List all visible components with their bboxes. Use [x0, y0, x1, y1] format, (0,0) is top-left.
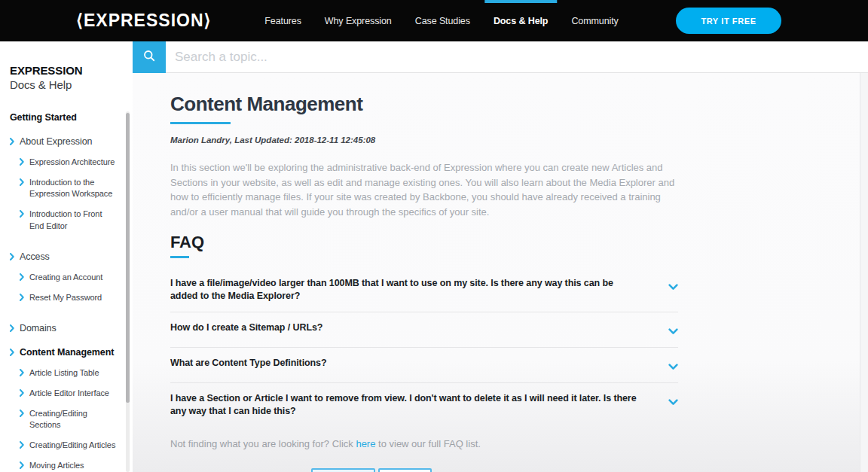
article: Content Management Marion Landry, Last U… [170, 73, 678, 449]
pagination-button-left[interactable] [311, 468, 375, 472]
sidebar-item-label: Creating/Editing Articles [29, 440, 115, 452]
sidebar-brand-subtitle: Docs & Help [10, 78, 116, 92]
sidebar-item[interactable]: Reset My Password [20, 292, 116, 304]
faq-heading: FAQ [170, 232, 678, 252]
sidebar-item[interactable]: Domains [10, 323, 116, 334]
sidebar-item[interactable]: Creating/Editing Articles [20, 440, 116, 452]
faq-question: I have a file/image/video larger than 10… [170, 277, 668, 303]
content-scrollbar-track[interactable] [860, 73, 868, 472]
expression-logo[interactable]: ⟨EXPRESSION⟩ [76, 0, 212, 41]
docs-sidebar: EXPRESSION Docs & Help Getting Started A… [0, 41, 133, 472]
sidebar-scrollbar-thumb[interactable] [126, 113, 130, 403]
faq-full-list-link[interactable]: here [356, 438, 375, 449]
sidebar-item[interactable]: Access [10, 251, 116, 263]
article-intro: In this section we'll be exploring the a… [170, 160, 678, 219]
search-bar [133, 41, 868, 73]
sidebar-nav: Getting Started About Expression Express… [10, 112, 116, 472]
sidebar-item[interactable]: Creating an Account [20, 272, 116, 284]
faq-note-post: to view our full FAQ list. [375, 438, 480, 449]
search-button[interactable] [133, 41, 166, 73]
chevron-right-icon [20, 408, 24, 417]
faq-item[interactable]: How do I create a Sitemap / URLs? [170, 312, 678, 348]
chevron-right-icon [20, 177, 24, 186]
faq-underline [170, 256, 189, 258]
try-it-free-button[interactable]: TRY IT FREE [676, 8, 781, 34]
chevron-down-icon[interactable] [668, 324, 678, 338]
nav-item-label: Case Studies [415, 16, 470, 26]
search-input[interactable] [166, 41, 868, 72]
search-icon [143, 50, 156, 65]
chevron-right-icon [10, 323, 14, 332]
nav-item[interactable]: Why Expression [325, 0, 392, 41]
faq-note: Not finding what you are looking for? Cl… [170, 438, 678, 449]
nav-item-label: Docs & Help [494, 16, 549, 26]
chevron-down-icon[interactable] [668, 395, 678, 409]
sidebar-item-label: Content Management [20, 347, 114, 358]
page-title: Content Management [170, 93, 678, 115]
faq-item[interactable]: What are Content Type Definitions? [170, 348, 678, 383]
nav-item[interactable]: Case Studies [415, 0, 470, 41]
faq-list: I have a file/image/video larger than 10… [170, 268, 678, 427]
nav-item-label: Why Expression [325, 16, 392, 26]
chevron-down-icon[interactable] [668, 360, 678, 373]
sidebar-item-label: Getting Started [10, 112, 77, 123]
chevron-right-icon [20, 292, 24, 301]
main-nav: Features Why Expression Case Studies Doc… [264, 0, 618, 41]
sidebar-item[interactable]: Introduction to Front End Editor [20, 209, 116, 232]
sidebar-brand-title: EXPRESSION [10, 64, 116, 78]
sidebar-item-label: About Expression [20, 136, 92, 148]
sidebar-item-label: Reset My Password [29, 292, 102, 304]
nav-item-label: Features [264, 16, 301, 26]
chevron-down-icon[interactable] [668, 280, 678, 294]
faq-item[interactable]: I have a file/image/video larger than 10… [170, 268, 678, 312]
chevron-right-icon [10, 136, 14, 145]
sidebar-item[interactable]: Expression Architecture [20, 157, 116, 169]
sidebar-item-label: Article Listing Table [29, 367, 99, 379]
chevron-right-icon [20, 367, 24, 376]
sidebar-item[interactable]: Content Management [10, 347, 116, 358]
chevron-right-icon [10, 251, 14, 260]
top-navbar: ⟨EXPRESSION⟩ Features Why Expression Cas… [0, 0, 868, 41]
faq-item[interactable]: I have a Section or Article I want to re… [170, 383, 678, 427]
sidebar-item[interactable]: Introduction to the Expression Workspace [20, 177, 116, 200]
nav-item[interactable]: Docs & Help [494, 0, 549, 41]
faq-note-pre: Not finding what you are looking for? Cl… [170, 438, 356, 449]
chevron-right-icon [20, 460, 24, 469]
article-byline: Marion Landry, Last Updated: 2018-12-11 … [170, 136, 678, 145]
sidebar-item-label: Creating/Editing Sections [29, 408, 116, 431]
sidebar-item[interactable]: Getting Started [10, 112, 116, 123]
sidebar-item-label: Expression Architecture [29, 157, 115, 169]
sidebar-item-label: Access [20, 251, 50, 263]
sidebar-item[interactable]: Article Editor Interface [20, 388, 116, 400]
chevron-right-icon [20, 440, 24, 449]
title-underline [170, 122, 231, 124]
nav-item[interactable]: Features [264, 0, 301, 41]
sidebar-item-label: Article Editor Interface [29, 388, 109, 400]
sidebar-item[interactable]: Article Listing Table [20, 367, 116, 379]
main-content: Content Management Marion Landry, Last U… [133, 73, 868, 472]
sidebar-item-label: Creating an Account [29, 272, 102, 284]
faq-question: How do I create a Sitemap / URLs? [170, 321, 668, 334]
chevron-right-icon [20, 209, 24, 218]
sidebar-item[interactable]: About Expression [10, 136, 116, 148]
chevron-right-icon [20, 272, 24, 281]
sidebar-item-label: Introduction to Front End Editor [29, 209, 116, 232]
pagination-button-right[interactable] [378, 468, 432, 472]
nav-item[interactable]: Community [571, 0, 618, 41]
chevron-right-icon [20, 157, 24, 166]
faq-question: What are Content Type Definitions? [170, 357, 668, 370]
faq-question: I have a Section or Article I want to re… [170, 392, 668, 418]
nav-item-label: Community [571, 16, 618, 26]
sidebar-item-label: Domains [20, 323, 57, 334]
sidebar-item[interactable]: Creating/Editing Sections [20, 408, 116, 431]
chevron-right-icon [20, 388, 24, 397]
chevron-right-icon [10, 347, 14, 356]
sidebar-item-label: Moving Articles [29, 460, 84, 472]
sidebar-item-label: Introduction to the Expression Workspace [29, 177, 116, 200]
sidebar-item[interactable]: Moving Articles [20, 460, 116, 472]
